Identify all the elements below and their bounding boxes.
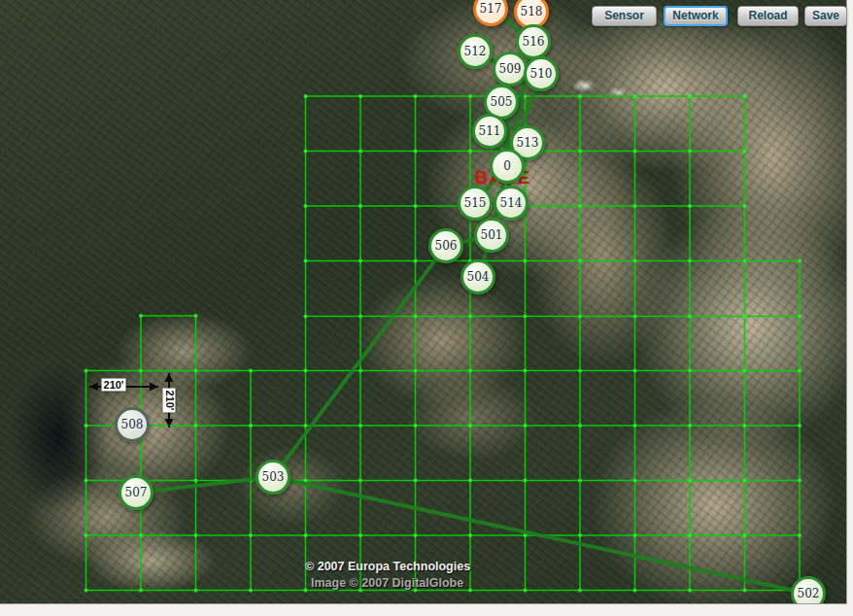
grid-junction — [468, 533, 472, 537]
save-button[interactable]: Save — [804, 6, 847, 26]
grid-junction — [249, 369, 253, 373]
node-label: 514 — [500, 196, 523, 210]
grid-junction — [468, 589, 472, 593]
grid-junction — [524, 369, 528, 373]
network-node-515[interactable]: 515 — [458, 186, 493, 221]
network-node-509[interactable]: 509 — [493, 51, 528, 86]
node-label: 517 — [480, 2, 502, 16]
grid-junction — [85, 533, 88, 537]
node-label: 507 — [125, 486, 148, 499]
grid-junction — [304, 204, 308, 208]
grid-junction — [743, 533, 747, 537]
dimension-arrowhead — [89, 383, 98, 392]
grid-junction — [194, 533, 198, 537]
satellite-map[interactable]: BASE 51751851651250951050551151305155145… — [0, 0, 847, 604]
grid-junction — [524, 479, 528, 483]
grid-junction — [688, 369, 692, 373]
grid-junction — [798, 533, 802, 537]
network-node-504[interactable]: 504 — [461, 259, 495, 294]
grid-junction — [578, 204, 582, 208]
grid-junction — [633, 369, 637, 373]
network-node-506[interactable]: 506 — [428, 228, 463, 263]
grid-junction — [304, 150, 308, 154]
grid-junction — [468, 369, 472, 373]
node-label: 508 — [121, 418, 144, 431]
grid-junction — [743, 150, 747, 154]
network-node-516[interactable]: 516 — [516, 24, 551, 59]
grid-junction — [798, 315, 802, 319]
node-label: 511 — [479, 124, 501, 138]
grid-junction — [524, 259, 528, 263]
network-node-0[interactable]: 0 — [490, 149, 525, 184]
grid-junction — [358, 533, 362, 537]
network-node-507[interactable]: 507 — [119, 475, 154, 510]
grid-junction — [468, 424, 472, 428]
grid-junction — [304, 94, 308, 98]
grid-junction — [414, 479, 418, 483]
grid-junction — [633, 150, 637, 154]
grid-junction — [304, 315, 308, 319]
network-node-503[interactable]: 503 — [256, 460, 290, 495]
dimension-arrowhead — [150, 383, 158, 392]
network-node-508[interactable]: 508 — [115, 407, 150, 442]
grid-junction — [578, 479, 582, 483]
grid-junction — [468, 479, 472, 483]
node-label: 0 — [503, 159, 511, 173]
grid-junction — [633, 94, 637, 98]
grid-junction — [633, 424, 637, 428]
grid-junction — [139, 314, 143, 318]
map-attribution-line2: Image © 2007 DigitalGlobe — [311, 576, 463, 590]
network-node-501[interactable]: 501 — [474, 218, 509, 253]
grid-junction — [194, 589, 198, 593]
grid-junction — [743, 369, 747, 373]
grid-junction — [304, 589, 308, 593]
grid-junction — [85, 369, 88, 373]
grid-junction — [414, 315, 418, 319]
grid-junction — [414, 259, 418, 263]
grid-junction — [743, 94, 747, 98]
grid-junction — [468, 150, 472, 154]
reload-button[interactable]: Reload — [737, 6, 799, 26]
grid-junction — [688, 315, 692, 319]
app-window: BASE 51751851651250951050551151305155145… — [0, 0, 853, 616]
node-label: 509 — [499, 62, 522, 76]
network-node-502[interactable]: 502 — [791, 576, 826, 604]
grid-junction — [358, 150, 362, 154]
grid-junction — [633, 479, 637, 483]
grid-layer — [85, 94, 802, 594]
grid-junction — [633, 589, 637, 593]
grid-junction — [139, 369, 143, 373]
grid-junction — [194, 479, 198, 483]
cell-size-label-vertical: 210' — [163, 389, 176, 413]
grid-junction — [578, 424, 582, 428]
node-label: 501 — [481, 228, 503, 242]
grid-junction — [633, 315, 637, 319]
grid-junction — [633, 259, 637, 263]
grid-junction — [688, 589, 692, 593]
grid-junction — [468, 94, 472, 98]
network-node-512[interactable]: 512 — [458, 34, 493, 69]
network-node-510[interactable]: 510 — [524, 56, 559, 91]
network-button[interactable]: Network — [664, 6, 728, 26]
grid-junction — [304, 259, 308, 263]
map-attribution-line1: © 2007 Europa Technologies — [305, 560, 470, 573]
grid-junction — [578, 150, 582, 154]
grid-junction — [249, 424, 253, 428]
network-node-514[interactable]: 514 — [494, 186, 529, 221]
grid-junction — [743, 204, 747, 208]
grid-junction — [524, 315, 528, 319]
grid-junction — [414, 424, 418, 428]
grid-junction — [798, 259, 802, 263]
network-node-511[interactable]: 511 — [472, 114, 507, 149]
dimension-arrowhead — [165, 373, 174, 382]
sensor-button[interactable]: Sensor — [592, 6, 657, 26]
grid-junction — [139, 589, 143, 593]
node-label: 512 — [464, 45, 487, 58]
grid-junction — [578, 259, 582, 263]
grid-junction — [414, 204, 418, 208]
grid-junction — [249, 589, 253, 593]
grid-junction — [304, 424, 308, 428]
node-label: 510 — [530, 67, 553, 81]
grid-junction — [85, 424, 88, 428]
node-label: 504 — [467, 270, 490, 284]
